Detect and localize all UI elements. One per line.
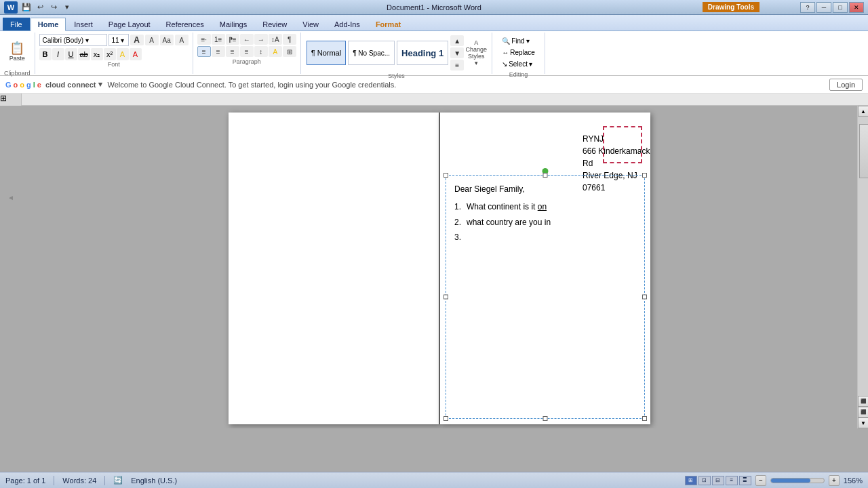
- styles-more-button[interactable]: ≡: [450, 60, 464, 70]
- styles-down-button[interactable]: ▼: [450, 47, 464, 58]
- stamp-box: [603, 126, 642, 163]
- borders-button[interactable]: ⊞: [283, 46, 296, 57]
- help-button[interactable]: ?: [800, 2, 815, 13]
- text-box[interactable]: Dear Siegel Family, 1. What continent is…: [446, 175, 645, 419]
- draft-button[interactable]: ≣: [739, 476, 751, 485]
- full-screen-button[interactable]: ⊡: [698, 476, 711, 485]
- gc-welcome-text: Welcome to Google Cloud Connect. To get …: [108, 81, 825, 89]
- save-button[interactable]: 💾: [20, 1, 33, 14]
- select-button[interactable]: ↘ Select ▾: [499, 58, 538, 69]
- strikethrough-button[interactable]: ab: [78, 48, 90, 60]
- web-layout-button[interactable]: ⊟: [712, 476, 724, 485]
- align-right-button[interactable]: ≡: [226, 46, 239, 57]
- change-styles-dropdown: ▾: [475, 60, 478, 66]
- restore-button[interactable]: □: [833, 2, 848, 13]
- undo-button[interactable]: ↩: [34, 1, 46, 14]
- font-shrink-button[interactable]: A: [145, 35, 159, 45]
- zoom-in-button[interactable]: +: [829, 475, 840, 486]
- shading-button[interactable]: A: [269, 46, 282, 57]
- scroll-track[interactable]: [858, 117, 868, 396]
- decrease-indent-button[interactable]: ←: [240, 34, 254, 45]
- font-family-selector[interactable]: Calibri (Body) ▾: [39, 34, 107, 46]
- collapse-button[interactable]: ◄: [7, 194, 14, 201]
- gc-login-button[interactable]: Login: [829, 79, 863, 91]
- handle-bottom-right[interactable]: [642, 416, 647, 421]
- styles-arrows: ▲ ▼ ≡: [450, 35, 464, 70]
- tab-format[interactable]: Format: [368, 18, 408, 30]
- underline-button[interactable]: U: [65, 48, 77, 60]
- find-dropdown: ▾: [526, 37, 530, 45]
- handle-mid-left[interactable]: [443, 295, 448, 300]
- style-normal[interactable]: ¶ Normal: [307, 41, 346, 65]
- tab-review[interactable]: Review: [255, 18, 294, 30]
- outline-button[interactable]: ≡: [726, 476, 738, 485]
- font-size-selector[interactable]: 11 ▾: [108, 34, 129, 46]
- zoom-slider[interactable]: [770, 478, 825, 483]
- numbering-button[interactable]: 1≡: [212, 34, 225, 45]
- subscript-button[interactable]: x₂: [91, 48, 103, 60]
- zoom-track: [771, 479, 811, 483]
- sort-button[interactable]: ↕A: [269, 34, 282, 45]
- style-no-space[interactable]: ¶ No Spac...: [348, 41, 395, 65]
- paste-button[interactable]: 📋 Paste: [6, 34, 28, 69]
- ruler-corner[interactable]: ⊞: [0, 94, 22, 106]
- handle-top-left[interactable]: [443, 173, 448, 178]
- change-case-button[interactable]: Aa: [160, 35, 174, 45]
- zoom-out-button[interactable]: −: [755, 475, 766, 486]
- list-text-2: what country are you in: [467, 216, 551, 229]
- handle-mid-right[interactable]: [642, 295, 647, 300]
- styles-up-button[interactable]: ▲: [450, 35, 464, 46]
- zoom-level[interactable]: 156%: [844, 476, 863, 485]
- spell-check-icon[interactable]: 🔄: [113, 476, 123, 485]
- ribbon-toolbar: 📋 Paste Clipboard Calibri (Body) ▾ 11 ▾ …: [0, 31, 868, 76]
- ribbon-tabs: File Home Insert Page Layout References …: [0, 15, 868, 31]
- multilevel-list-button[interactable]: ⁋≡: [226, 34, 239, 45]
- line-spacing-button[interactable]: ↕: [254, 46, 268, 57]
- bold-button[interactable]: B: [39, 48, 52, 60]
- tab-mailings[interactable]: Mailings: [212, 18, 254, 30]
- redo-button[interactable]: ↪: [47, 1, 60, 14]
- gc-dropdown-icon[interactable]: ▾: [98, 80, 102, 89]
- show-hide-button[interactable]: ¶: [283, 34, 296, 45]
- close-button[interactable]: ✕: [849, 2, 864, 13]
- scroll-page-up-button[interactable]: ⬛: [858, 396, 868, 407]
- text-highlight-button[interactable]: A: [117, 48, 129, 60]
- font-grow-button[interactable]: A: [130, 35, 144, 45]
- document-scroll-area[interactable]: RYNJ 666 Kinderkamack Rd River Edge, NJ …: [22, 106, 857, 428]
- align-left-button[interactable]: ≡: [197, 46, 211, 57]
- print-layout-button[interactable]: ⊞: [685, 476, 697, 485]
- align-center-button[interactable]: ≡: [212, 46, 225, 57]
- scroll-down-button[interactable]: ▼: [858, 418, 868, 428]
- handle-top-mid[interactable]: [543, 173, 548, 178]
- scroll-up-button[interactable]: ▲: [858, 106, 868, 117]
- bullets-button[interactable]: ≡·: [197, 34, 211, 45]
- increase-indent-button[interactable]: →: [254, 34, 268, 45]
- tab-file[interactable]: File: [3, 18, 30, 30]
- tab-add-ins[interactable]: Add-Ins: [327, 18, 368, 30]
- tab-home[interactable]: Home: [31, 18, 66, 31]
- minimize-button[interactable]: ─: [816, 2, 831, 13]
- status-bar-right: ⊞ ⊡ ⊟ ≡ ≣ − + 156%: [685, 475, 863, 486]
- tab-page-layout[interactable]: Page Layout: [101, 18, 158, 30]
- find-button[interactable]: 🔍 Find ▾: [499, 35, 538, 46]
- replace-button[interactable]: ↔ Replace: [499, 47, 538, 58]
- scroll-thumb[interactable]: [859, 124, 868, 178]
- superscript-button[interactable]: x²: [104, 48, 116, 60]
- customize-qa-button[interactable]: ▾: [61, 1, 73, 14]
- tab-references[interactable]: References: [159, 18, 212, 30]
- ruler: ⊞: [0, 94, 868, 106]
- style-heading1[interactable]: Heading 1: [397, 41, 448, 65]
- tab-insert[interactable]: Insert: [66, 18, 100, 30]
- handle-top-right[interactable]: [642, 173, 647, 178]
- vertical-scrollbar: ▲ ⬛ ⬛ ▼: [857, 106, 868, 428]
- handle-bottom-mid[interactable]: [543, 416, 548, 421]
- change-styles-button[interactable]: A ChangeStyles ▾: [466, 39, 486, 66]
- clear-formatting-button[interactable]: A: [175, 35, 189, 45]
- italic-button[interactable]: I: [52, 48, 64, 60]
- justify-button[interactable]: ≡: [240, 46, 254, 57]
- tab-view[interactable]: View: [295, 18, 326, 30]
- font-color-button[interactable]: A: [130, 48, 142, 60]
- handle-bottom-left[interactable]: [443, 416, 448, 421]
- document-container: RYNJ 666 Kinderkamack Rd River Edge, NJ …: [229, 113, 650, 422]
- scroll-page-down-button[interactable]: ⬛: [858, 407, 868, 418]
